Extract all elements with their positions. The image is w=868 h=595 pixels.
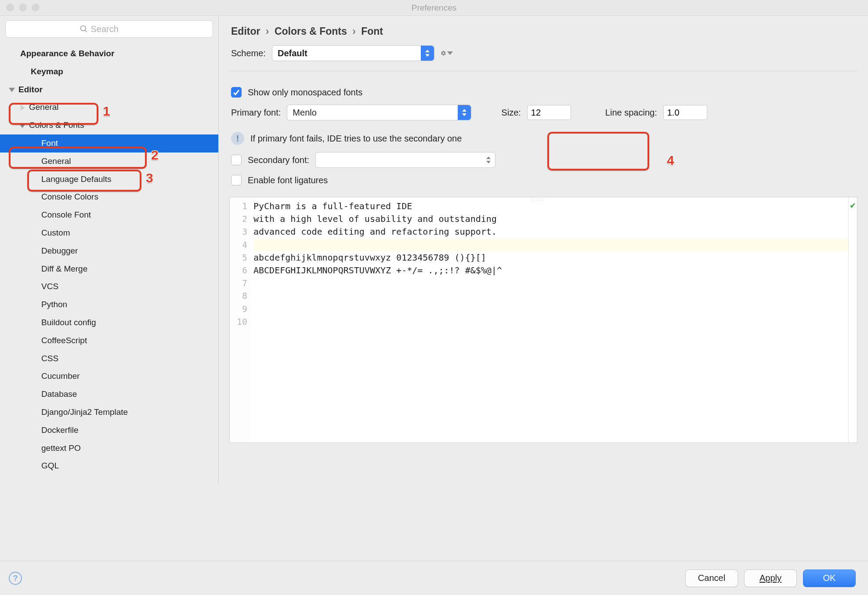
svg-marker-10: [486, 156, 491, 159]
secondary-hint: If primary font fails, IDE tries to use …: [250, 134, 462, 144]
show-monospaced-checkbox[interactable]: [231, 87, 242, 98]
sidebar-item[interactable]: Buildout config: [0, 314, 218, 332]
sidebar-item[interactable]: Language Defaults: [0, 171, 218, 189]
sidebar-item[interactable]: Cucumber: [0, 367, 218, 385]
search-input[interactable]: [5, 20, 213, 38]
sidebar-item[interactable]: Font: [0, 134, 218, 152]
footer: ? Cancel Apply OK: [0, 561, 868, 595]
gutter-line-number: 1: [230, 200, 247, 213]
scheme-settings-button[interactable]: [441, 47, 453, 59]
sidebar-item[interactable]: Python: [0, 296, 218, 314]
sidebar-item[interactable]: Debugger: [0, 242, 218, 260]
sidebar-item[interactable]: CSS: [0, 350, 218, 368]
secondary-font-select[interactable]: [315, 152, 495, 168]
sidebar-item-label: gettext PO: [41, 443, 81, 454]
size-input[interactable]: [527, 105, 571, 120]
main-panel: Editor › Colors & Fonts › Font Scheme: D…: [219, 16, 868, 561]
gutter-line-number: 6: [230, 264, 247, 277]
gutter-line-number: 7: [230, 277, 247, 290]
window-title: Preferences: [412, 3, 456, 13]
primary-font-select[interactable]: Menlo: [287, 105, 471, 120]
apply-button[interactable]: Apply: [744, 570, 797, 587]
sidebar-item[interactable]: GQL: [0, 457, 218, 475]
zoom-icon[interactable]: [32, 4, 40, 11]
check-icon: [233, 89, 240, 96]
font-preview: :::::: 12345678910 PyCharm is a full-fea…: [229, 197, 857, 443]
show-monospaced-label: Show only monospaced fonts: [248, 87, 362, 98]
line-spacing-input[interactable]: [663, 105, 707, 120]
svg-marker-5: [425, 50, 430, 52]
gutter-line-number: 9: [230, 303, 247, 316]
sidebar-item[interactable]: Database: [0, 385, 218, 403]
sidebar-item-label: Colors & Fonts: [29, 120, 84, 131]
sidebar-item[interactable]: Console Font: [0, 206, 218, 224]
sidebar-item-label: Console Colors: [41, 192, 98, 202]
close-icon[interactable]: [6, 4, 14, 11]
svg-marker-11: [486, 161, 491, 163]
sidebar-item-label: Buildout config: [41, 318, 96, 328]
info-icon: !: [231, 132, 244, 145]
scheme-value: Default: [278, 48, 307, 58]
preview-line: PyCharm is a full-featured IDE: [253, 201, 412, 211]
preview-line: [253, 239, 848, 251]
sidebar-item[interactable]: Django/Jinja2 Template: [0, 403, 218, 421]
preferences-window: Preferences Appearance & BehaviorKeymapE…: [0, 0, 868, 595]
sidebar-item-label: CoffeeScript: [41, 336, 87, 346]
sidebar-item[interactable]: Colors & Fonts: [0, 116, 218, 134]
gutter-line-number: 3: [230, 225, 247, 238]
preview-code[interactable]: PyCharm is a full-featured IDE with a hi…: [251, 197, 848, 443]
gutter-line-number: 4: [230, 239, 247, 251]
preview-gutter: 12345678910: [230, 197, 251, 443]
sidebar-item-label: Python: [41, 300, 67, 310]
inspection-ok-icon: ✔: [850, 201, 856, 210]
svg-marker-4: [19, 123, 25, 128]
scheme-select[interactable]: Default: [272, 45, 434, 61]
search-field[interactable]: [91, 24, 139, 34]
select-arrows-icon: [482, 152, 495, 167]
minimize-icon[interactable]: [19, 4, 27, 11]
secondary-font-checkbox[interactable]: [231, 155, 242, 165]
ok-button[interactable]: OK: [803, 570, 856, 587]
sidebar-item-label: General: [29, 102, 59, 112]
sidebar-item[interactable]: Console Colors: [0, 188, 218, 206]
sidebar-item-label: Custom: [41, 228, 70, 238]
preview-line: ABCDEFGHIJKLMNOPQRSTUVWXYZ +-*/= .,;:!? …: [253, 265, 502, 276]
sidebar-tree: Appearance & BehaviorKeymapEditorGeneral…: [0, 42, 218, 484]
sidebar-item-label: Keymap: [31, 67, 63, 77]
primary-font-value: Menlo: [293, 108, 316, 118]
sidebar-item[interactable]: Dockerfile: [0, 421, 218, 439]
sidebar-item-label: VCS: [41, 282, 58, 292]
sidebar-item[interactable]: gettext PO: [0, 439, 218, 457]
ligatures-checkbox[interactable]: [231, 175, 242, 185]
breadcrumb-a: Editor: [231, 25, 260, 37]
preview-line: with a high level of usability and outst…: [253, 214, 497, 224]
svg-line-1: [85, 30, 87, 32]
sidebar-item[interactable]: Editor: [0, 81, 218, 99]
sidebar-item-label: Database: [41, 389, 77, 399]
sidebar-item[interactable]: General: [0, 152, 218, 171]
sidebar-item[interactable]: Appearance & Behavior: [0, 45, 218, 63]
sidebar-item[interactable]: CoffeeScript: [0, 332, 218, 350]
breadcrumb-c: Font: [361, 25, 383, 37]
gutter-line-number: 5: [230, 251, 247, 264]
svg-marker-6: [425, 54, 430, 57]
sidebar-item[interactable]: Keymap: [0, 63, 218, 81]
window-controls[interactable]: [6, 4, 40, 11]
sidebar-item[interactable]: Diff & Merge: [0, 260, 218, 278]
sidebar-item[interactable]: General: [0, 98, 218, 116]
sidebar-item-label: Appearance & Behavior: [20, 49, 114, 59]
sidebar-item-label: Debugger: [41, 246, 78, 256]
chevron-down-icon[interactable]: [19, 123, 29, 129]
sidebar-item-label: GQL: [41, 461, 59, 471]
sidebar-item-label: General: [41, 156, 71, 167]
cancel-button[interactable]: Cancel: [685, 570, 738, 587]
svg-marker-9: [462, 113, 467, 116]
svg-marker-3: [21, 105, 25, 111]
chevron-down-icon[interactable]: [9, 87, 18, 93]
sidebar-item[interactable]: VCS: [0, 278, 218, 296]
resize-grip-icon[interactable]: ::::::: [531, 197, 556, 200]
scheme-label: Scheme:: [231, 48, 266, 58]
chevron-right-icon[interactable]: [19, 105, 29, 111]
sidebar-item[interactable]: Custom: [0, 224, 218, 242]
help-button[interactable]: ?: [9, 572, 22, 585]
